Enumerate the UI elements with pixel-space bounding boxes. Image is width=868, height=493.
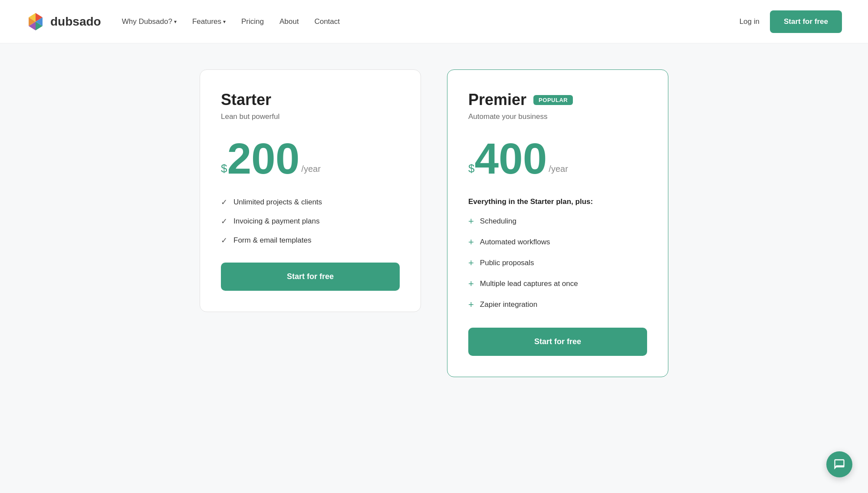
nav-links: Why Dubsado? ▾ Features ▾ Pricing About …	[122, 17, 340, 26]
premier-plan-name: Premier POPULAR	[468, 91, 647, 109]
nav-link-about[interactable]: About	[279, 17, 299, 26]
starter-plan-card: Starter Lean but powerful $ 200 /year ✓ …	[200, 69, 421, 312]
check-icon: ✓	[221, 217, 227, 226]
plus-icon: +	[468, 216, 474, 227]
list-item: + Automated workflows	[468, 237, 647, 248]
premier-price-dollar: $	[468, 163, 474, 174]
nav-left: dubsado Why Dubsado? ▾ Features ▾ Pricin…	[26, 12, 340, 31]
logo[interactable]: dubsado	[26, 12, 101, 31]
starter-plan-name: Starter	[221, 91, 400, 109]
plus-icon: +	[468, 237, 474, 248]
list-item: ✓ Invoicing & payment plans	[221, 217, 400, 226]
chevron-down-icon: ▾	[223, 19, 226, 25]
starter-price-period: /year	[301, 164, 320, 174]
premier-features-list: + Scheduling + Automated workflows + Pub…	[468, 216, 647, 310]
login-link[interactable]: Log in	[740, 17, 760, 26]
premier-plan-tagline: Automate your business	[468, 112, 647, 121]
starter-plan-tagline: Lean but powerful	[221, 112, 400, 121]
nav-link-pricing[interactable]: Pricing	[241, 17, 264, 26]
list-item: + Multiple lead captures at once	[468, 278, 647, 289]
list-item: + Zapier integration	[468, 299, 647, 310]
nav-link-contact[interactable]: Contact	[314, 17, 340, 26]
list-item: ✓ Unlimited projects & clients	[221, 197, 400, 207]
premier-price-period: /year	[549, 164, 568, 174]
plus-icon: +	[468, 299, 474, 310]
premier-features-header: Everything in the Starter plan, plus:	[468, 197, 647, 206]
list-item: + Scheduling	[468, 216, 647, 227]
nav-link-features[interactable]: Features ▾	[192, 17, 226, 26]
pricing-container: Starter Lean but powerful $ 200 /year ✓ …	[174, 69, 694, 377]
nav-link-why-dubsado[interactable]: Why Dubsado? ▾	[122, 17, 177, 26]
starter-price-amount: 200	[227, 137, 299, 180]
plus-icon: +	[468, 278, 474, 289]
popular-badge: POPULAR	[533, 95, 573, 105]
list-item: ✓ Form & email templates	[221, 236, 400, 245]
premier-price-container: $ 400 /year	[468, 137, 647, 180]
premier-start-button[interactable]: Start for free	[468, 328, 647, 356]
starter-price-dollar: $	[221, 163, 227, 174]
premier-plan-card: Premier POPULAR Automate your business $…	[447, 69, 668, 377]
chevron-down-icon: ▾	[174, 19, 177, 25]
check-icon: ✓	[221, 236, 227, 245]
nav-right: Log in Start for free	[740, 10, 842, 33]
starter-features-list: ✓ Unlimited projects & clients ✓ Invoici…	[221, 197, 400, 245]
logo-icon	[26, 12, 45, 31]
pricing-main: Starter Lean but powerful $ 200 /year ✓ …	[0, 43, 868, 493]
logo-text: dubsado	[50, 15, 101, 29]
list-item: + Public proposals	[468, 257, 647, 269]
check-icon: ✓	[221, 197, 227, 207]
starter-start-button[interactable]: Start for free	[221, 263, 400, 291]
start-for-free-nav-button[interactable]: Start for free	[770, 10, 842, 33]
chat-bubble[interactable]	[826, 451, 852, 477]
chat-icon	[833, 458, 845, 470]
premier-price-amount: 400	[474, 137, 547, 180]
navbar: dubsado Why Dubsado? ▾ Features ▾ Pricin…	[0, 0, 868, 43]
starter-price-container: $ 200 /year	[221, 137, 400, 180]
plus-icon: +	[468, 257, 474, 269]
